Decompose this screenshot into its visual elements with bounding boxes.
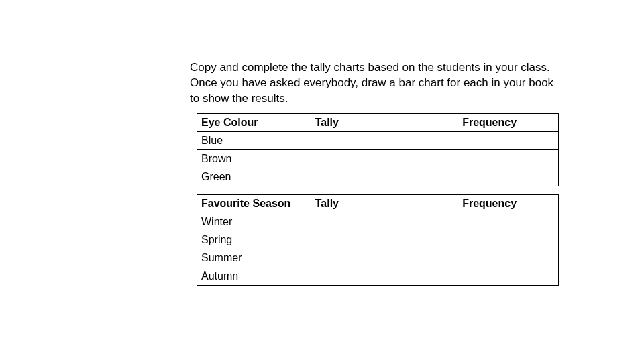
freq-cell — [458, 231, 559, 249]
instruction-text: Copy and complete the tally charts based… — [190, 60, 559, 107]
row-label: Summer — [197, 249, 311, 267]
row-label: Autumn — [197, 267, 311, 285]
col-header: Favourite Season — [197, 194, 311, 213]
freq-cell — [458, 267, 559, 285]
table-row: Green — [197, 168, 559, 186]
table-row: Summer — [197, 249, 559, 267]
row-label: Green — [197, 168, 311, 186]
tally-cell — [311, 149, 458, 168]
col-header: Frequency — [458, 113, 559, 131]
eye-colour-table: Eye Colour Tally Frequency Blue Brown Gr… — [197, 113, 559, 186]
favourite-season-table: Favourite Season Tally Frequency Winter … — [197, 194, 559, 286]
table-row: Brown — [197, 149, 559, 168]
table-row: Spring — [197, 231, 559, 249]
table-header-row: Favourite Season Tally Frequency — [197, 194, 559, 213]
col-header: Tally — [311, 113, 458, 131]
tally-cell — [311, 267, 458, 285]
tally-cell — [311, 249, 458, 267]
table-row: Winter — [197, 213, 559, 231]
tally-cell — [311, 213, 458, 231]
freq-cell — [458, 213, 559, 231]
col-header: Frequency — [458, 194, 559, 213]
tally-cell — [311, 131, 458, 149]
tally-cell — [311, 168, 458, 186]
freq-cell — [458, 131, 559, 149]
worksheet-content: Copy and complete the tally charts based… — [190, 60, 559, 294]
freq-cell — [458, 149, 559, 168]
freq-cell — [458, 249, 559, 267]
col-header: Eye Colour — [197, 113, 311, 131]
row-label: Spring — [197, 231, 311, 249]
table-row: Autumn — [197, 267, 559, 285]
col-header: Tally — [311, 194, 458, 213]
table-header-row: Eye Colour Tally Frequency — [197, 113, 559, 131]
row-label: Brown — [197, 149, 311, 168]
tally-cell — [311, 231, 458, 249]
row-label: Blue — [197, 131, 311, 149]
freq-cell — [458, 168, 559, 186]
row-label: Winter — [197, 213, 311, 231]
table-row: Blue — [197, 131, 559, 149]
